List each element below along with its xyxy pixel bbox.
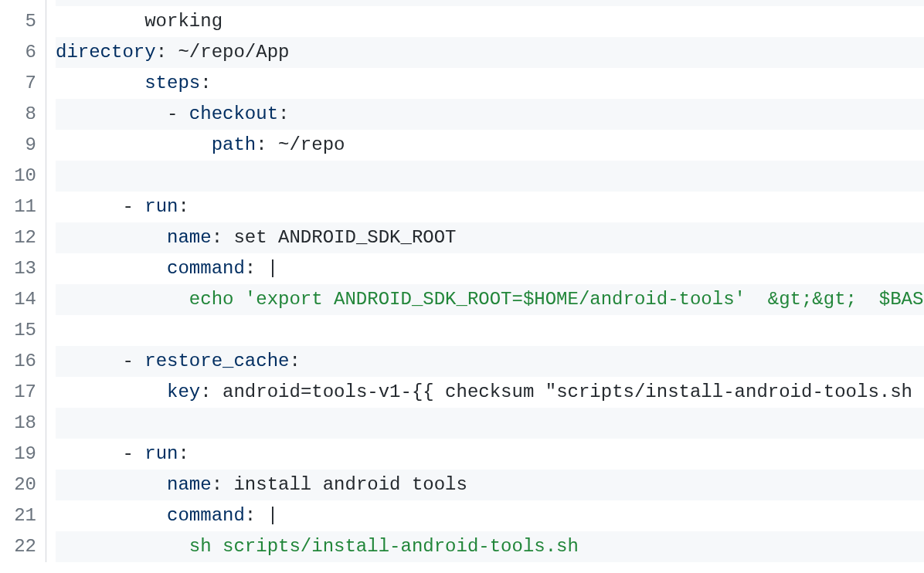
code-line[interactable]: working (56, 6, 924, 37)
line-number: 16 (0, 346, 36, 377)
code-token: - (122, 196, 144, 217)
code-line[interactable]: command: | (56, 253, 924, 284)
line-number: 7 (0, 68, 36, 99)
code-token: name (167, 474, 212, 495)
code-line[interactable]: echo 'export ANDROID_SDK_ROOT=$HOME/andr… (56, 284, 924, 315)
code-token: checkout (189, 103, 278, 124)
code-line[interactable] (56, 315, 924, 346)
code-token: restore_cache (144, 351, 289, 371)
line-number: 5 (0, 6, 36, 37)
code-token: - (122, 351, 144, 371)
code-token: : (200, 73, 211, 93)
code-token: ~/repo (278, 134, 345, 155)
line-number: 15 (0, 315, 36, 346)
code-token: | (267, 258, 278, 279)
code-token: steps (144, 73, 200, 93)
code-token: xcode (189, 0, 245, 1)
line-number: 10 (0, 161, 36, 192)
code-token: - (122, 443, 144, 464)
code-line[interactable]: name: set ANDROID_SDK_ROOT (56, 222, 924, 253)
code-token: : (212, 474, 234, 495)
code-line[interactable]: command: | (56, 500, 924, 531)
code-token: "11.2.0" (267, 0, 356, 1)
code-token: : (256, 134, 278, 155)
code-token: install android tools (233, 474, 467, 495)
line-number: 21 (0, 500, 36, 531)
code-line[interactable]: - checkout: (56, 99, 924, 130)
line-number: 14 (0, 284, 36, 315)
line-number: 17 (0, 377, 36, 408)
line-number: 4 (0, 0, 36, 6)
line-number: 11 (0, 192, 36, 222)
code-line[interactable]: xcode: "11.2.0" (56, 0, 924, 6)
code-token: name (167, 227, 212, 248)
code-line[interactable] (56, 408, 924, 439)
line-number: 19 (0, 439, 36, 470)
code-content[interactable]: xcode: "11.2.0" workingdirectory: ~/repo… (46, 0, 924, 562)
code-token: path (212, 134, 256, 155)
code-line[interactable]: path: ~/repo (56, 130, 924, 161)
code-token: set ANDROID_SDK_ROOT (233, 227, 456, 248)
code-token: : (178, 443, 189, 464)
code-token: echo 'export ANDROID_SDK_ROOT=$HOME/andr… (189, 289, 924, 310)
code-token: : (200, 381, 223, 402)
line-number: 9 (0, 130, 36, 161)
code-token: directory (56, 42, 156, 63)
code-token: sh scripts/install-android-tools.sh (189, 536, 579, 557)
code-token: : (178, 196, 189, 217)
code-token: : (278, 103, 289, 124)
code-block: 45678910111213141516171819202122 xcode: … (0, 0, 924, 562)
line-number-gutter: 45678910111213141516171819202122 (0, 0, 46, 562)
line-number: 18 (0, 408, 36, 439)
code-token: run (144, 196, 178, 217)
line-number: 20 (0, 470, 36, 500)
code-line[interactable]: name: install android tools (56, 470, 924, 500)
line-number: 6 (0, 37, 36, 68)
code-token: | (267, 505, 278, 526)
code-token: : (156, 42, 178, 63)
code-token: android=tools-v1-{{ checksum "scripts/in… (223, 381, 912, 402)
code-token: : (245, 0, 267, 1)
code-token: ~/repo/App (178, 42, 289, 63)
code-token: command (167, 505, 245, 526)
code-line[interactable]: sh scripts/install-android-tools.sh (56, 531, 924, 562)
code-token: - (167, 103, 189, 124)
code-token: working (144, 11, 223, 32)
code-token: : (289, 351, 300, 371)
line-number: 13 (0, 253, 36, 284)
code-line[interactable]: - run: (56, 439, 924, 470)
code-line[interactable] (56, 161, 924, 192)
code-token: : (245, 258, 267, 279)
code-line[interactable]: - run: (56, 192, 924, 222)
code-line[interactable]: directory: ~/repo/App (56, 37, 924, 68)
code-token: : (245, 505, 267, 526)
code-token: command (167, 258, 245, 279)
code-token: key (167, 381, 200, 402)
code-line[interactable]: steps: (56, 68, 924, 99)
code-line[interactable]: - restore_cache: (56, 346, 924, 377)
line-number: 12 (0, 222, 36, 253)
line-number: 22 (0, 531, 36, 562)
code-line[interactable]: key: android=tools-v1-{{ checksum "scrip… (56, 377, 924, 408)
code-token: run (144, 443, 178, 464)
code-token: : (212, 227, 234, 248)
line-number: 8 (0, 99, 36, 130)
